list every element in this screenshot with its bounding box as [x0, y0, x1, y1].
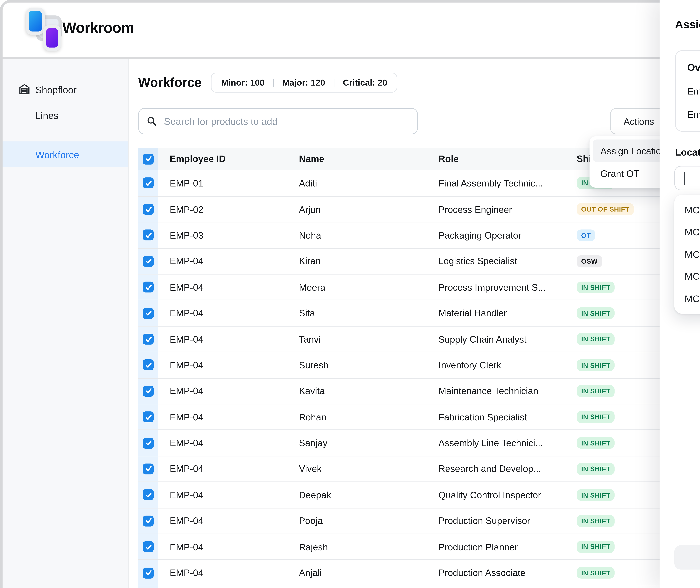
row-checkbox[interactable] — [143, 489, 154, 500]
employee-name: Deepak — [299, 490, 438, 500]
table-row[interactable]: EMP-04 Rohan Fabrication Specialist IN S… — [138, 404, 700, 430]
machine-option-mch-01[interactable]: MCH-01 IDLE Welding Machine Station 2 A1… — [674, 199, 700, 221]
table-row[interactable]: EMP-04 Rajesh Production Planner IN SHIF… — [138, 534, 700, 559]
employee-name: Suresh — [299, 360, 438, 370]
machine-option-mch-04[interactable]: MCH-04 DOWN AutoForge X1 — [674, 265, 700, 287]
row-checkbox[interactable] — [143, 464, 154, 474]
shift-status-badge: IN SHIFT — [577, 437, 615, 449]
row-checkbox[interactable] — [143, 541, 154, 552]
shift-status-badge: OT — [577, 229, 595, 241]
save-button[interactable]: Save — [674, 545, 700, 570]
row-select-cell — [138, 223, 158, 248]
overview-heading: Overview — [687, 62, 700, 73]
check-icon — [144, 543, 152, 551]
employee-role: Packaging Operator — [438, 230, 577, 240]
employee-role: Production Associate — [438, 568, 577, 578]
row-select-cell — [138, 197, 158, 222]
table-row[interactable]: EMP-04 Deepak Quality Control Inspector … — [138, 482, 700, 507]
employee-name: Sita — [299, 308, 438, 318]
check-icon — [144, 283, 152, 291]
table-row[interactable]: EMP-04 Sita Material Handler IN SHIFT — [138, 300, 700, 326]
employee-role: Supply Chain Analyst — [438, 334, 577, 344]
shift-status-badge: IN SHIFT — [577, 567, 615, 579]
row-checkbox[interactable] — [143, 256, 154, 267]
employee-role: Production Supervisor — [438, 516, 577, 526]
employee-id: EMP-04 — [158, 308, 299, 318]
shift-status-badge: OUT OF SHIFT — [577, 203, 634, 215]
row-checkbox[interactable] — [143, 386, 154, 396]
select-all-checkbox[interactable] — [143, 153, 154, 164]
employee-name: Meera — [299, 282, 438, 292]
row-checkbox[interactable] — [143, 204, 154, 215]
col-header-role[interactable]: Role — [438, 154, 577, 164]
check-icon — [144, 517, 152, 525]
employee-name: Anjali — [299, 568, 438, 578]
table-row[interactable]: EMP-04 Suresh Inventory Clerk IN SHIFT — [138, 352, 700, 378]
row-select-cell — [138, 482, 158, 508]
employee-name: Pooja — [299, 516, 438, 526]
logo-blue-chip — [26, 8, 45, 35]
search-input[interactable] — [163, 115, 409, 127]
machine-option-mch-02[interactable]: MCH-02 RUNNING TurboPress 3000 3 people — [674, 221, 700, 243]
field-label: Employee ID — [687, 86, 700, 96]
employee-role: Process Engineer — [438, 204, 577, 214]
row-select-cell — [138, 456, 158, 482]
machine-option-mch-05[interactable]: MCH-05 IDLE PrecisionCut Pro 2 people — [674, 287, 700, 310]
stat-separator: | — [333, 78, 335, 87]
row-checkbox[interactable] — [143, 308, 154, 319]
employee-id: EMP-04 — [158, 386, 299, 396]
select-all-cell — [138, 148, 158, 170]
table-row[interactable]: EMP-04 Meera Process Improvement S... IN… — [138, 274, 700, 300]
check-icon — [144, 569, 152, 577]
table-row[interactable]: EMP-02 Arjun Process Engineer OUT OF SHI… — [138, 196, 700, 222]
row-checkbox[interactable] — [143, 230, 154, 241]
table-row[interactable]: EMP-04 Kiran Logistics Specialist OSW — [138, 248, 700, 274]
machine-id: MCH-04 — [685, 271, 700, 282]
row-checkbox[interactable] — [143, 515, 154, 526]
row-checkbox[interactable] — [143, 178, 154, 188]
col-header-employee-id[interactable]: Employee ID — [158, 154, 299, 164]
location-input[interactable] — [674, 166, 700, 190]
row-checkbox[interactable] — [143, 282, 154, 293]
row-select-cell — [138, 170, 158, 196]
table-row[interactable]: EMP-04 Sanjay Assembly Line Technici... … — [138, 430, 700, 456]
sidebar-item-shopfloor[interactable]: Shopfloor — [0, 76, 128, 102]
row-checkbox[interactable] — [143, 437, 154, 448]
row-select-cell — [138, 586, 158, 588]
table-row[interactable]: EMP-04 Kavita Maintenance Technician IN … — [138, 378, 700, 404]
employee-id: EMP-02 — [158, 204, 299, 214]
sidebar-item-workforce[interactable]: Workforce — [0, 141, 128, 167]
shift-status-badge: IN SHIFT — [577, 411, 615, 423]
col-header-name[interactable]: Name — [299, 154, 438, 164]
sidebar-spacer — [0, 128, 128, 141]
shift-status-badge: OSW — [577, 255, 602, 267]
row-checkbox[interactable] — [143, 567, 154, 578]
employee-id: EMP-01 — [158, 178, 299, 188]
field-label: Employee Name — [687, 109, 700, 120]
employee-id: EMP-04 — [158, 568, 299, 578]
employee-id: EMP-04 — [158, 282, 299, 292]
machine-id: MCH-01 — [685, 204, 700, 215]
employee-name: Neha — [299, 230, 438, 240]
row-select-cell — [138, 352, 158, 378]
search-box[interactable] — [138, 108, 418, 134]
sidebar-item-lines[interactable]: Lines — [0, 102, 128, 128]
table-row[interactable]: EMP-04 Vivek Research and Develop... IN … — [138, 456, 700, 482]
row-checkbox[interactable] — [143, 334, 154, 345]
employee-name: Kiran — [299, 256, 438, 266]
row-checkbox[interactable] — [143, 360, 154, 371]
row-checkbox[interactable] — [143, 412, 154, 423]
table-row[interactable]: EMP-04 Tanvi Supply Chain Analyst IN SHI… — [138, 326, 700, 352]
shift-status-badge: IN SHIFT — [577, 463, 615, 475]
machine-option-mch-03[interactable]: MCH-03 RUNNING FlexiMatic 200 3 people — [674, 243, 700, 265]
stat-minor: Minor: 100 — [221, 78, 265, 87]
employee-role: Logistics Specialist — [438, 256, 577, 266]
shift-status-badge: IN SHIFT — [577, 333, 615, 345]
table-row[interactable]: EMP-04 Anjali Production Associate IN SH… — [138, 560, 700, 585]
table-row[interactable]: EMP-03 Neha Packaging Operator OT — [138, 222, 700, 248]
table-row-partial — [138, 585, 700, 588]
header-divider — [0, 57, 700, 59]
table-row[interactable]: EMP-04 Pooja Production Supervisor IN SH… — [138, 508, 700, 534]
row-select-cell — [138, 430, 158, 456]
brand-name: Workroom — [62, 19, 134, 37]
